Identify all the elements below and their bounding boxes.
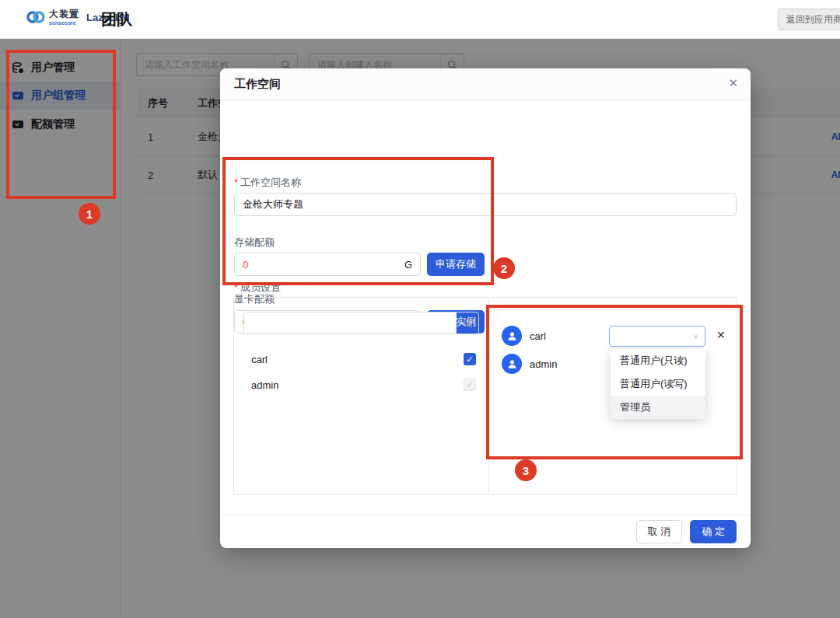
- checkbox-checked[interactable]: ✓: [464, 353, 476, 365]
- screen: 大装置 sensecore LazyLLM 团队 返回到应用商 用户管理 用户组…: [0, 0, 840, 618]
- confirm-button[interactable]: 确 定: [690, 520, 737, 543]
- member-search[interactable]: [243, 312, 479, 334]
- modal-header: 工作空间 ✕: [220, 68, 751, 100]
- brand-sub-text: sensecore: [49, 20, 79, 26]
- member-name: carl: [251, 354, 268, 365]
- modal-footer: 取 消 确 定: [220, 515, 751, 548]
- page-title: 团队: [101, 9, 132, 30]
- close-icon[interactable]: ✕: [728, 76, 738, 90]
- annotation-step-1: 1: [79, 203, 100, 225]
- annotation-step-3: 3: [515, 459, 537, 481]
- search-icon[interactable]: [456, 312, 478, 333]
- annotation-box-3: [486, 305, 743, 459]
- member-name: admin: [251, 379, 278, 391]
- member-candidate-panel: carl ✓ admin ✓: [234, 298, 489, 494]
- topbar: 大装置 sensecore LazyLLM 团队 返回到应用商: [0, 0, 840, 39]
- member-candidate-row[interactable]: carl ✓: [243, 353, 479, 365]
- annotation-step-2: 2: [493, 257, 515, 279]
- back-to-app-button[interactable]: 返回到应用商: [778, 9, 840, 30]
- cancel-button[interactable]: 取 消: [636, 520, 683, 543]
- member-search-input[interactable]: [244, 312, 456, 333]
- annotation-box-1: [6, 50, 116, 199]
- brand-main-text: 大装置: [49, 9, 79, 19]
- annotation-box-2: [222, 157, 494, 285]
- member-candidate-row[interactable]: admin ✓: [243, 379, 479, 391]
- checkbox-checked-disabled: ✓: [464, 379, 476, 391]
- modal-title: 工作空间: [234, 77, 281, 92]
- sensecore-logo-icon: [26, 8, 45, 26]
